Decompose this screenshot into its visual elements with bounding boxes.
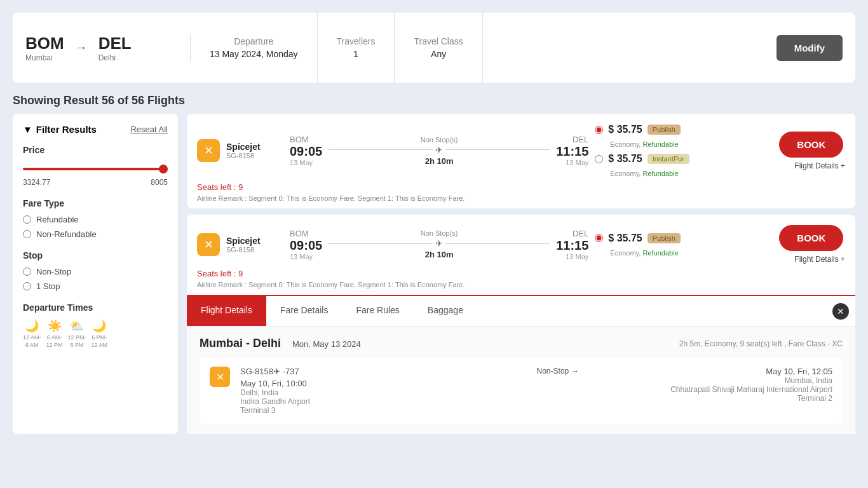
non-refundable-option[interactable]: Non-Refundable [23, 229, 168, 239]
segment-arr-time: May 10, Fri, 12:05 [670, 367, 832, 376]
flight-segment: ✕ SG-8158✈ -737 May 10, Fri, 10:00 Delhi… [200, 358, 843, 424]
refundable-status-1b: Refundable [642, 170, 678, 177]
flight-card-1: ✕ Spicejet SG-8158 BOM 09:05 13 May Non … [187, 114, 855, 208]
price-type-1b: Economy, Refundable [610, 170, 773, 177]
refundable-option[interactable]: Refundable [23, 215, 168, 224]
airline-info-2: Spicejet SG-8158 [226, 236, 283, 254]
departure-times-section: Departure Times 🌙 12 AM- 6 AM ☀️ 6 AM- 1… [23, 302, 168, 348]
depart-airport-2: BOM [290, 229, 322, 238]
book-button-2[interactable]: BOOK [779, 225, 843, 251]
duration-label-1: Non Stop(s) [329, 136, 550, 144]
dep-time-morning[interactable]: ☀️ 6 AM- 12 PM [46, 319, 63, 348]
header-bar: BOM Mumbai → DEL Delhi Departure 13 May … [13, 13, 855, 83]
segment-middle: Non-Stop → [456, 367, 661, 376]
main-layout: ▼ Filter Results Reseat All Price 3324.7… [0, 114, 868, 434]
departure-value: 13 May 2024, Monday [210, 49, 298, 59]
seats-left-2: Seats left : 9 [197, 269, 845, 278]
publish-badge-2a: Publish [648, 233, 681, 243]
details-route-title: Mumbai - Delhi [200, 337, 281, 350]
airline-logo-2: ✕ [197, 233, 220, 256]
segment-dep-airport: Indira Gandhi Airport [240, 397, 445, 406]
book-button-1[interactable]: BOOK [779, 132, 843, 158]
segment-flight-code: SG-8158✈ -737 [240, 367, 445, 376]
flights-list: ✕ Spicejet SG-8158 BOM 09:05 13 May Non … [187, 114, 855, 434]
dep-time-label-2: 6 AM [25, 342, 39, 348]
one-stop-label: 1 Stop [36, 281, 60, 291]
filter-title: ▼ Filter Results [23, 124, 97, 135]
fare-type-section: Fare Type Refundable Non-Refundable [23, 198, 168, 239]
instant-badge-1b: InstantPur [648, 154, 689, 164]
publish-badge-1a: Publish [648, 125, 681, 135]
flight-details-link-1[interactable]: Flight Details + [794, 161, 845, 170]
flight-times-1: BOM 09:05 13 May Non Stop(s) ✈ 2h 10m [290, 135, 588, 166]
details-tabs: Flight Details Fare Details Fare Rules B… [187, 296, 855, 327]
segment-airline-logo: ✕ [210, 367, 230, 387]
tab-fare-details[interactable]: Fare Details [266, 296, 342, 326]
refundable-status-1a: Refundable [642, 140, 678, 148]
pricing-section-2: $ 35.75 Publish Economy, Refundable [595, 233, 773, 257]
duration-info-1: Non Stop(s) ✈ 2h 10m [322, 136, 556, 166]
one-stop-option[interactable]: 1 Stop [23, 281, 168, 291]
dep-time-label-8: 12 AM [92, 342, 108, 348]
price-radio-1b[interactable] [595, 155, 603, 163]
dep-time-night[interactable]: 🌙 12 AM- 6 AM [23, 319, 41, 348]
plane-icon-2: ✈ [435, 238, 443, 248]
dep-time-label-3: 6 AM- [47, 334, 62, 341]
flight-card-2: ✕ Spicejet SG-8158 BOM 09:05 13 May Non … [187, 215, 855, 434]
tab-baggage[interactable]: Baggage [414, 296, 477, 326]
depart-date-2: 13 May [290, 253, 322, 261]
price-radio-2a[interactable] [595, 234, 603, 242]
depart-date-1: 13 May [290, 159, 322, 166]
travellers-section: Travellers 1 [318, 13, 395, 83]
flight-details-link-2[interactable]: Flight Details + [794, 255, 845, 264]
to-code: DEL [98, 34, 132, 53]
flight-main-row-1: ✕ Spicejet SG-8158 BOM 09:05 13 May Non … [197, 124, 845, 177]
price-title: Price [23, 145, 168, 155]
price-row-1a: $ 35.75 Publish [595, 124, 773, 135]
crescent-icon: 🌙 [92, 319, 106, 333]
fare-type-title: Fare Type [23, 198, 168, 208]
travel-class-label: Travel Class [414, 36, 463, 46]
travellers-value: 1 [353, 49, 358, 59]
depart-time-1: 09:05 [290, 144, 322, 159]
plane-icon-1: ✈ [435, 145, 443, 155]
duration-info-2: Non Stop(s) ✈ 2h 10m [322, 229, 556, 259]
arrive-airport-1: DEL [556, 135, 588, 144]
non-stop-option[interactable]: Non-Stop [23, 267, 168, 276]
from-city: Mumbai [25, 53, 64, 62]
arrow-right-icon: → [571, 367, 579, 376]
modify-button[interactable]: Modify [776, 35, 843, 61]
price-slider[interactable] [23, 168, 168, 170]
refundable-status-2a: Refundable [642, 249, 678, 257]
book-col-1: BOOK Flight Details + [779, 132, 845, 170]
airline-code-2: SG-8158 [226, 246, 283, 254]
sidebar: ▼ Filter Results Reseat All Price 3324.7… [13, 114, 178, 434]
sun-icon: ☀️ [48, 319, 62, 333]
price-row-2a: $ 35.75 Publish [595, 233, 773, 244]
dep-time-evening[interactable]: 🌙 6 PM- 12 AM [92, 319, 108, 348]
tab-fare-rules[interactable]: Fare Rules [342, 296, 413, 326]
price-section: Price 3324.77 8005 [23, 145, 168, 187]
segment-nonstop-label: Non-Stop → [537, 367, 580, 376]
dep-time-label-5: 12 PM- [68, 334, 86, 341]
to-city-block: DEL Delhi [98, 34, 132, 62]
airline-info-1: Spicejet SG-8158 [226, 142, 283, 159]
dep-time-afternoon[interactable]: ⛅ 12 PM- 6 PM [68, 319, 86, 348]
flight-times-2: BOM 09:05 13 May Non Stop(s) ✈ 2h 10m [290, 229, 588, 261]
tab-flight-details[interactable]: Flight Details [187, 296, 266, 326]
segment-arr-terminal: Terminal 2 [670, 394, 832, 403]
travel-class-section: Travel Class Any [395, 13, 482, 83]
depart-info-2: BOM 09:05 13 May [290, 229, 322, 261]
arrive-info-1: DEL 11:15 13 May [556, 135, 588, 166]
from-code: BOM [25, 34, 64, 53]
reset-all-link[interactable]: Reseat All [130, 125, 168, 134]
segment-arr-city: Mumbai, India [670, 376, 832, 385]
dep-times-row: 🌙 12 AM- 6 AM ☀️ 6 AM- 12 PM ⛅ 12 PM- 6 … [23, 319, 168, 348]
depart-time-2: 09:05 [290, 238, 322, 253]
filter-icon: ▼ [23, 124, 32, 135]
price-radio-1a[interactable] [595, 126, 603, 134]
segment-info: SG-8158✈ -737 May 10, Fri, 10:00 Delhi, … [240, 367, 445, 415]
filter-header: ▼ Filter Results Reseat All [23, 124, 168, 135]
close-panel-button[interactable]: ✕ [832, 303, 849, 320]
departure-times-title: Departure Times [23, 302, 168, 313]
